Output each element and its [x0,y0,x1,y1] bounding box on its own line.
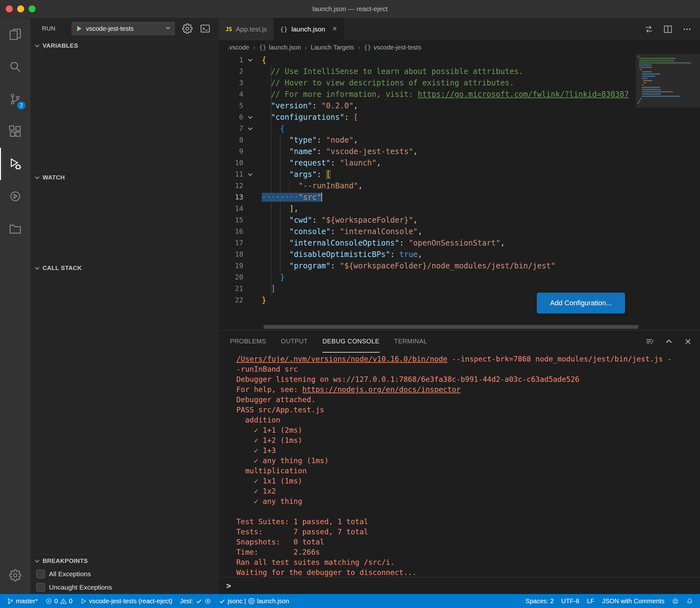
notifications-indicator[interactable] [682,594,697,608]
maximize-panel-icon[interactable] [664,337,673,346]
close-panel-icon[interactable] [683,337,693,346]
activity-bar-items: 2 [0,18,31,245]
launch-config-dropdown[interactable]: vscode-jest-tests [72,22,175,36]
split-editor-icon[interactable] [663,24,673,34]
breadcrumb-item[interactable]: {}vscode-jest-tests [364,44,421,51]
code-line[interactable]: 9 "name": "vscode-jest-tests", [219,146,700,157]
run-and-debug-icon[interactable] [0,148,31,180]
fold-chevron-icon[interactable] [245,123,256,134]
breakpoint-checkbox[interactable] [36,583,45,592]
call-stack-content [31,274,219,554]
panel-header: PROBLEMSOUTPUTDEBUG CONSOLETERMINAL [219,330,700,353]
close-tab-icon[interactable] [332,25,338,33]
code-line[interactable]: 6 "configurations": [ [219,112,700,123]
indentation-indicator[interactable]: Spaces: 2 [522,594,558,608]
project-folder-icon[interactable] [0,212,31,245]
debug-console-toggle-icon[interactable] [200,23,211,34]
json-validation-indicator[interactable]: jsonc |launch.json [215,594,293,608]
code-line[interactable]: 14 ], [219,203,700,214]
code-line[interactable]: 8 "type": "node", [219,134,700,146]
panel-tab-terminal[interactable]: TERMINAL [394,330,427,353]
fold-chevron-icon[interactable] [245,112,256,123]
line-number: 13 [219,192,257,203]
add-configuration-button[interactable]: Add Configuration... [537,292,625,314]
variables-section-header[interactable]: VARIABLES [31,39,219,52]
code-line[interactable]: 16 "console": "internalConsole", [219,226,700,237]
code-line[interactable]: 12 "--runInBand", [219,180,700,192]
gear-icon[interactable] [182,23,193,34]
more-actions-icon[interactable] [682,24,692,34]
console-line: For help, see: https://nodejs.org/en/doc… [236,384,694,395]
breadcrumb-item[interactable]: {}launch.json [259,44,301,51]
code-line[interactable]: 13········"src" [219,192,700,203]
breakpoint-item[interactable]: All Exceptions [31,567,219,581]
code-line[interactable]: 11 "args": [ [219,169,700,180]
fold-chevron-icon[interactable] [245,54,256,66]
breadcrumb-item[interactable]: Launch Targets [311,44,354,51]
status-bar: master*00vscode-jest-tests (react-eject)… [0,594,700,608]
close-window-button[interactable] [6,5,13,13]
breakpoint-checkbox[interactable] [36,570,45,578]
code-line[interactable]: 5 "version": "0.2.0", [219,100,700,112]
panel-tab-debug-console[interactable]: DEBUG CONSOLE [323,330,380,353]
fold-chevron-icon[interactable] [245,169,256,180]
branch-indicator[interactable]: master* [3,594,42,608]
jest-status-indicator[interactable]: Jest: [176,594,215,608]
debug-config-indicator[interactable]: vscode-jest-tests (react-eject) [76,594,176,608]
code-editor[interactable]: 1{2 // Use IntelliSense to learn about p… [219,54,700,330]
language-mode-indicator[interactable]: JSON with Comments [598,594,668,608]
line-number: 14 [219,203,257,214]
debug-console-input[interactable]: > [219,577,700,594]
feedback-indicator[interactable] [668,594,682,608]
watch-section-header[interactable]: WATCH [31,171,219,184]
code-line[interactable]: 22} [219,294,700,306]
console-link[interactable]: https://nodejs.org/en/docs/inspector [303,385,461,394]
code-line[interactable]: 3 // Hover to view descriptions of exist… [219,77,700,89]
code-line[interactable]: 7 { [219,123,700,134]
problems-indicator[interactable]: 00 [42,594,76,608]
tab-launch-json[interactable]: {}launch.json [274,18,345,40]
code-line[interactable]: 4 // For more information, visit: https:… [219,89,700,100]
vscode-window: launch.json — react-eject 2 RUN vscode-j… [0,0,700,608]
window-title: launch.json — react-eject [312,5,388,13]
breakpoints-section-header[interactable]: BREAKPOINTS [31,554,219,567]
extensions-icon[interactable] [0,115,31,148]
code-line[interactable]: 1{ [219,54,700,66]
explorer-icon[interactable] [0,18,31,51]
console-link[interactable]: /Users/fuje/.nvm/versions/node/v10.16.0/… [236,355,447,363]
encoding-indicator[interactable]: UTF-8 [558,594,583,608]
code-line[interactable]: 20 } [219,272,700,283]
test-explorer-icon[interactable] [0,180,31,212]
editor-area: JSApp.test.js{}launch.json .vscode›{}lau… [219,18,700,594]
code-line[interactable]: 15 "cwd": "${workspaceFolder}", [219,214,700,226]
horizontal-scrollbar[interactable] [264,325,638,329]
panel-tab-problems[interactable]: PROBLEMS [230,330,266,353]
search-icon[interactable] [0,51,31,83]
activity-bar-bottom [0,559,31,594]
eol-indicator[interactable]: LF [583,594,598,608]
line-number: 22 [219,294,257,306]
minimize-window-button[interactable] [17,5,24,13]
line-number: 2 [219,66,257,77]
line-number: 18 [219,249,257,260]
clear-console-icon[interactable] [645,337,654,346]
console-line: ✓ 1+1 (2ms) [236,425,694,435]
minimap[interactable] [638,55,696,104]
code-line[interactable]: 19 "program": "${workspaceFolder}/node_m… [219,260,700,272]
panel-tab-output[interactable]: OUTPUT [281,330,308,353]
tab-app-test-js[interactable]: JSApp.test.js [219,18,274,40]
code-line[interactable]: 10 "request": "launch", [219,157,700,169]
code-line[interactable]: 21 ] [219,283,700,294]
breakpoint-item[interactable]: Uncaught Exceptions [31,581,219,594]
breadcrumb-item[interactable]: .vscode [228,44,249,51]
call-stack-section-header[interactable]: CALL STACK [31,262,219,274]
open-changes-icon[interactable] [644,24,654,34]
code-line[interactable]: 18 "disableOptimisticBPs": true, [219,249,700,260]
zoom-window-button[interactable] [28,5,36,13]
warning-triangle-icon [60,598,67,605]
code-line[interactable]: 2 // Use IntelliSense to learn about pos… [219,66,700,77]
tab-label: launch.json [292,25,325,33]
settings-gear-icon[interactable] [0,559,31,591]
code-line[interactable]: 17 "internalConsoleOptions": "openOnSess… [219,237,700,249]
source-control-icon[interactable]: 2 [0,83,31,115]
